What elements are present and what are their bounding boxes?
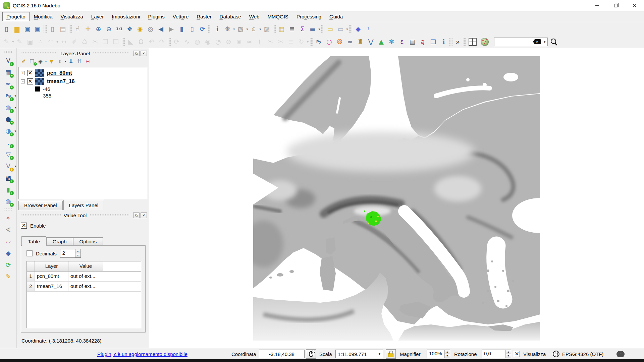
select-features[interactable]: ▧▾ — [236, 24, 246, 34]
table-edit-tool[interactable]: ✎ — [3, 272, 13, 282]
ellipse-tool[interactable]: ○ — [324, 37, 334, 47]
toggle-extents-mouse-button[interactable] — [306, 349, 316, 359]
new-print-composer[interactable]: ▯ — [48, 24, 57, 34]
mesh-polygon-tool[interactable]: ◆ — [3, 248, 13, 258]
chevron-down-icon[interactable]: ▾ — [14, 106, 16, 109]
add-group[interactable]: ❏+ — [28, 57, 36, 65]
refresh-map[interactable]: ⟳ — [198, 24, 207, 34]
chevron-down-icon[interactable]: ▾ — [14, 129, 16, 133]
fill-ring[interactable]: ◉ — [203, 37, 213, 47]
globe-plugin-icon[interactable] — [481, 38, 489, 46]
pan-map[interactable]: ☝ — [73, 24, 83, 34]
chevron-down-icon[interactable]: ▾ — [12, 40, 14, 44]
chevron-down-icon[interactable]: ▾ — [259, 27, 261, 31]
decimals-spinbox[interactable]: 2 ▲▼ — [60, 249, 81, 258]
clear-search-icon[interactable]: ✕ — [533, 39, 541, 44]
table-sync-tool[interactable]: ⟳ — [3, 260, 13, 270]
polygon-markers-tool[interactable]: ❂ — [335, 37, 344, 47]
scale-value[interactable]: 1:11.099.771 — [338, 351, 367, 357]
value-column-header[interactable]: Value — [68, 261, 103, 271]
decimals-value[interactable]: 2 — [60, 249, 75, 257]
panel-grip[interactable] — [93, 52, 129, 55]
split-features[interactable]: ✂ — [265, 37, 275, 47]
expression-filter[interactable]: ε▾ — [56, 57, 64, 65]
add-db-layer[interactable]: ▩+ — [3, 173, 13, 183]
run-feature-action[interactable]: ❋▾ — [223, 24, 232, 34]
float-panel-button[interactable]: ⧉ — [133, 51, 140, 56]
rotate-point-symbols[interactable]: ↻▾ — [297, 37, 306, 47]
select-by-expression[interactable]: ε▾ — [249, 24, 259, 34]
undo[interactable]: ↶ — [147, 37, 156, 47]
identify-features[interactable]: ℹ — [212, 24, 222, 34]
plugin-update-link[interactable]: Plugin, c'è un aggiornamento disponibile — [97, 351, 187, 357]
spin-up-icon[interactable]: ▲ — [506, 350, 511, 354]
menu-progetto[interactable]: Progetto — [2, 12, 30, 21]
snapping[interactable]: Ω — [136, 37, 146, 47]
chevron-down-icon[interactable]: ▾ — [346, 27, 348, 31]
chevron-down-icon[interactable]: ▾ — [65, 60, 66, 63]
chevron-down-icon[interactable]: ▾ — [233, 27, 235, 31]
composer-manager[interactable]: ▤ — [58, 24, 68, 34]
table-row[interactable]: 2tmean7_16out of ext... — [27, 282, 141, 292]
zoom-last[interactable]: ◀ — [156, 24, 166, 34]
add-ring[interactable]: ◍ — [193, 37, 202, 47]
redo[interactable]: ↷ — [157, 37, 167, 47]
spellcheck-plugin[interactable]: ą — [418, 37, 428, 47]
deselect-features[interactable]: ▨ — [262, 24, 272, 34]
menu-layer[interactable]: Layer — [88, 12, 108, 21]
open-project[interactable]: ▆ — [12, 24, 22, 34]
zoom-to-layer[interactable]: ◉ — [135, 24, 145, 34]
reshape-features[interactable]: ≈ — [245, 37, 254, 47]
toolbar-grip[interactable] — [4, 51, 13, 54]
minimize-button[interactable] — [588, 0, 606, 11]
layer-checkbox-checked[interactable]: ✕ — [27, 70, 33, 76]
save-project-as[interactable]: ▣ — [33, 24, 43, 34]
field-calculator[interactable]: ≣ — [287, 24, 297, 34]
delete-selected[interactable]: ♺ — [80, 37, 90, 47]
zoom-in[interactable]: ⊕ — [94, 24, 103, 34]
statistics-sum[interactable]: Σ — [298, 24, 307, 34]
copy-features[interactable]: ❐ — [101, 37, 110, 47]
remove-layer[interactable]: ⊟ — [84, 57, 92, 65]
layer-row-tmean716[interactable]: − ✕ tmean7_16 — [21, 77, 147, 85]
rotation-value[interactable]: 0,0 — [482, 350, 505, 358]
add-postgis-layer[interactable]: Pg+▾ — [3, 91, 13, 101]
add-raster-layer[interactable]: ▦+ — [3, 67, 13, 77]
save-project[interactable]: ▣ — [22, 24, 32, 34]
merge-features[interactable]: ≡ — [286, 37, 296, 47]
layer-name[interactable]: tmean7_16 — [47, 78, 75, 84]
enable-checkbox-checked[interactable]: ✕ — [21, 223, 27, 229]
new-shapefile-layer[interactable]: ▽+ — [3, 149, 13, 159]
map-raster[interactable] — [253, 56, 540, 341]
add-part[interactable]: ◔ — [213, 37, 223, 47]
messages-bubble-icon[interactable]: ··· — [616, 351, 625, 357]
add-wfs-layer[interactable]: ◑+▾ — [3, 126, 13, 136]
node-tool[interactable]: ✐ — [69, 37, 79, 47]
show-bookmarks[interactable]: ▮ — [177, 24, 186, 34]
current-edits[interactable]: ✎▾ — [2, 37, 11, 47]
close-panel-button[interactable]: ✕ — [141, 213, 147, 218]
tab-table[interactable]: Table — [21, 236, 46, 246]
menu-raster[interactable]: Raster — [193, 12, 215, 21]
add-wms-layer[interactable]: ◍▾ — [3, 196, 13, 206]
layer-checkbox-checked[interactable]: ✕ — [27, 78, 33, 84]
target-tool[interactable]: ⌖ — [3, 213, 13, 223]
restore-button[interactable] — [606, 0, 625, 11]
circular-string[interactable]: ◠▾ — [46, 37, 56, 47]
coordinate-input[interactable] — [262, 351, 302, 357]
spin-up-icon[interactable]: ▲ — [445, 350, 450, 354]
offset-curve[interactable]: ( — [255, 37, 265, 47]
calliper-tool[interactable]: ∢ — [3, 225, 13, 235]
table-row[interactable]: 1pcn_80mtout of ext... — [27, 272, 141, 282]
new-bookmark[interactable]: ▯ — [187, 24, 197, 34]
decimals-checkbox-unchecked[interactable]: ✕ — [26, 250, 33, 256]
panel-grip[interactable] — [21, 52, 57, 55]
menu-processing[interactable]: Processing — [293, 12, 325, 21]
chevron-down-icon[interactable]: ▾ — [14, 165, 16, 168]
tab-options[interactable]: Options — [73, 237, 103, 246]
menu-guida[interactable]: Guida — [326, 12, 346, 21]
float-panel-button[interactable]: ⧉ — [133, 213, 140, 218]
chevron-down-icon[interactable]: ▾ — [318, 27, 320, 31]
new-project[interactable]: ▯ — [2, 24, 11, 34]
menu-visualizza[interactable]: Visualizza — [57, 12, 87, 21]
